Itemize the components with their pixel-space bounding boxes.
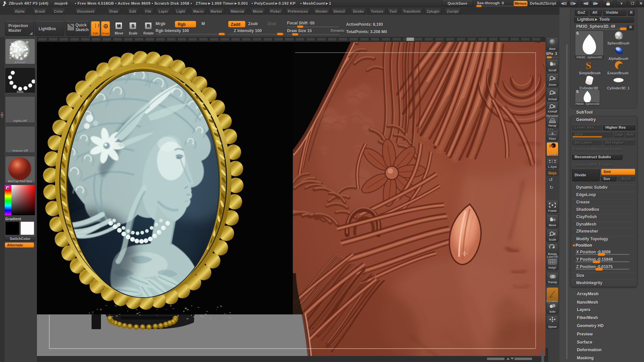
svg-text:S: S <box>586 60 591 71</box>
